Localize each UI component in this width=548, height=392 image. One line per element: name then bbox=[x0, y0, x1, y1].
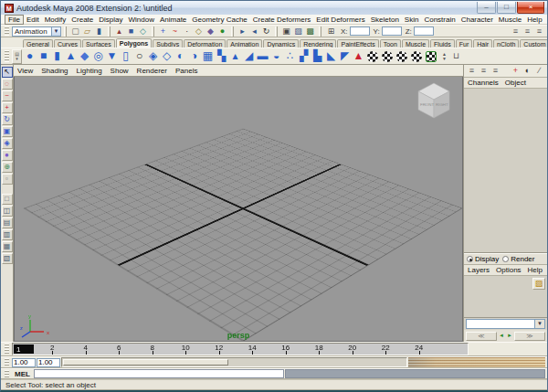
show-hide-channel-box-icon[interactable]: ≡ bbox=[533, 26, 545, 37]
tab-general[interactable]: General bbox=[23, 39, 53, 48]
snap-to-grids-icon[interactable]: + bbox=[157, 26, 169, 37]
render-radio-button[interactable] bbox=[502, 256, 509, 262]
tab-rendering[interactable]: Rendering bbox=[300, 39, 336, 48]
render-globals-icon[interactable] bbox=[396, 51, 407, 62]
tab-muscle[interactable]: Muscle bbox=[402, 39, 429, 48]
smooth-icon[interactable]: ▦ bbox=[201, 48, 215, 64]
paint-selection-tool-icon[interactable]: ~ bbox=[2, 90, 13, 101]
vp-menu-renderer[interactable]: Renderer bbox=[137, 67, 167, 75]
merge-vertices-icon[interactable]: ∴ bbox=[283, 48, 297, 64]
single-pane-layout-icon[interactable]: □ bbox=[2, 194, 13, 205]
view-cube[interactable]: FRONT RIGHT bbox=[413, 80, 455, 121]
poly-cylinder-icon[interactable]: ▮ bbox=[50, 48, 64, 64]
make-object-live-icon[interactable]: ● bbox=[216, 26, 228, 37]
poly-pipe-icon[interactable]: ▯ bbox=[119, 48, 132, 64]
poly-prism-icon[interactable]: ▼ bbox=[105, 48, 119, 64]
menu-file[interactable]: File bbox=[5, 15, 24, 25]
hypershade-icon[interactable] bbox=[367, 51, 378, 62]
select-tool-icon[interactable]: ↖ bbox=[2, 67, 13, 78]
play-forwards-icon[interactable]: ▸ bbox=[506, 332, 513, 341]
save-scene-icon[interactable]: ▮ bbox=[93, 26, 105, 37]
tab-polygons[interactable]: Polygons bbox=[116, 38, 153, 48]
manip-sphere-icon[interactable]: ◐ bbox=[522, 65, 533, 77]
maximize-button[interactable]: □ bbox=[497, 2, 516, 14]
status-divider[interactable] bbox=[319, 26, 321, 37]
render-radio-item[interactable]: Render bbox=[502, 255, 534, 263]
bridge-icon[interactable]: ▬ bbox=[256, 48, 269, 64]
show-channel-layer-icon[interactable]: ≡ bbox=[490, 65, 501, 77]
select-by-hierarchy-icon[interactable]: ▴ bbox=[113, 26, 125, 37]
status-divider[interactable] bbox=[275, 26, 278, 37]
last-tool-icon[interactable]: ▫ bbox=[2, 174, 13, 185]
universal-manipulator-icon[interactable]: ◈ bbox=[2, 138, 13, 149]
poly-sphere-icon[interactable]: ● bbox=[23, 48, 37, 64]
tab-fur[interactable]: Fur bbox=[456, 39, 473, 48]
sculpt-geometry-icon[interactable]: ◣ bbox=[324, 48, 338, 64]
vp-menu-lighting[interactable]: Lighting bbox=[77, 67, 102, 75]
playback-start-inner-field[interactable] bbox=[37, 358, 60, 367]
vp-menu-view[interactable]: View bbox=[17, 67, 33, 75]
menu-create-deformers[interactable]: Create Deformers bbox=[250, 16, 314, 24]
tab-custom[interactable]: Custom bbox=[520, 39, 548, 48]
channels-menu-object[interactable]: Object bbox=[505, 79, 526, 87]
hypershade-persp-layout-icon[interactable]: ▦ bbox=[2, 241, 13, 252]
separate-icon[interactable]: ◐ bbox=[174, 48, 187, 64]
current-frame-indicator[interactable]: 1 bbox=[14, 344, 34, 354]
boolean-union-icon[interactable]: ◑ bbox=[187, 48, 201, 64]
persp-uv-layout-icon[interactable]: ▧ bbox=[2, 253, 13, 264]
character-set-selector[interactable]: ▼ bbox=[466, 319, 545, 329]
range-slider-grip[interactable] bbox=[5, 358, 9, 366]
tab-subdivs[interactable]: Subdivs bbox=[153, 39, 183, 48]
render-settings-icon[interactable]: ▩ bbox=[304, 26, 316, 37]
time-slider-grip[interactable] bbox=[5, 344, 9, 354]
inputs-to-selected-icon[interactable]: ▸ bbox=[237, 26, 248, 37]
layers-menu-options[interactable]: Options bbox=[496, 266, 522, 274]
status-divider[interactable] bbox=[108, 26, 111, 37]
show-channel-box-icon[interactable]: ≡ bbox=[466, 65, 478, 77]
rotate-tool-icon[interactable]: ↻ bbox=[2, 114, 13, 125]
menu-help[interactable]: Help bbox=[524, 16, 544, 24]
snap-to-view-planes-icon[interactable]: ◇ bbox=[193, 26, 205, 37]
ipr-render-icon[interactable]: ▨ bbox=[292, 26, 304, 37]
chevron-down-icon[interactable]: ▼ bbox=[534, 320, 544, 328]
playback-fast-forward-icon[interactable]: ≫ bbox=[514, 332, 545, 341]
ipr-render-shelf-icon[interactable] bbox=[411, 51, 422, 62]
minimize-button[interactable]: – bbox=[477, 2, 496, 14]
x-input[interactable] bbox=[350, 26, 370, 36]
poly-plane-icon[interactable]: ◆ bbox=[78, 48, 91, 64]
select-by-object-icon[interactable]: ■ bbox=[125, 26, 137, 37]
menu-skin[interactable]: Skin bbox=[402, 16, 422, 24]
play-backwards-icon[interactable]: ◂ bbox=[498, 332, 505, 341]
range-slider-bar[interactable] bbox=[63, 359, 228, 366]
menu-constrain[interactable]: Constrain bbox=[421, 16, 458, 24]
tab-dynamics[interactable]: Dynamics bbox=[263, 39, 299, 48]
range-slider-track[interactable] bbox=[61, 357, 407, 367]
status-divider[interactable] bbox=[231, 26, 234, 37]
layers-menu-layers[interactable]: Layers bbox=[468, 266, 490, 274]
append-polygon-icon[interactable]: ▙ bbox=[311, 48, 324, 64]
persp-outliner-layout-icon[interactable]: ▤ bbox=[2, 217, 13, 228]
time-slider[interactable]: 1 24681012141618202224 bbox=[12, 343, 469, 355]
manip-axis-icon[interactable]: + bbox=[510, 65, 522, 77]
outputs-from-selected-icon[interactable]: ◂ bbox=[248, 26, 260, 37]
status-divider[interactable] bbox=[152, 26, 154, 37]
split-polygon-icon[interactable]: ▞ bbox=[297, 48, 311, 64]
poly-extrude-face-icon[interactable]: ▲ bbox=[352, 48, 365, 64]
menu-create[interactable]: Create bbox=[68, 16, 96, 24]
select-by-component-icon[interactable]: ◇ bbox=[137, 26, 149, 37]
crease-tool-icon[interactable]: ◤ bbox=[338, 48, 352, 64]
snap-to-curves-icon[interactable]: ~ bbox=[169, 26, 181, 37]
lasso-tool-icon[interactable]: ◌ bbox=[2, 79, 13, 90]
show-manipulator-tool-icon[interactable]: ⊕ bbox=[2, 162, 13, 173]
bevel-icon[interactable]: ◢ bbox=[242, 48, 256, 64]
construction-history-icon[interactable]: ↻ bbox=[260, 26, 272, 37]
snap-to-points-icon[interactable]: ∙ bbox=[181, 26, 193, 37]
display-radio-item[interactable]: Display bbox=[467, 255, 499, 263]
render-current-frame-icon[interactable]: ▣ bbox=[280, 26, 292, 37]
playback-start-field[interactable] bbox=[12, 358, 36, 367]
title-bar[interactable]: M Autodesk Maya 2008 Extension 2: \untit… bbox=[1, 1, 547, 15]
extrude-icon[interactable]: ▴ bbox=[228, 48, 242, 64]
poly-cone-icon[interactable]: ▲ bbox=[64, 48, 78, 64]
command-line-grip[interactable] bbox=[5, 370, 9, 377]
shelf-grip[interactable] bbox=[5, 50, 9, 63]
